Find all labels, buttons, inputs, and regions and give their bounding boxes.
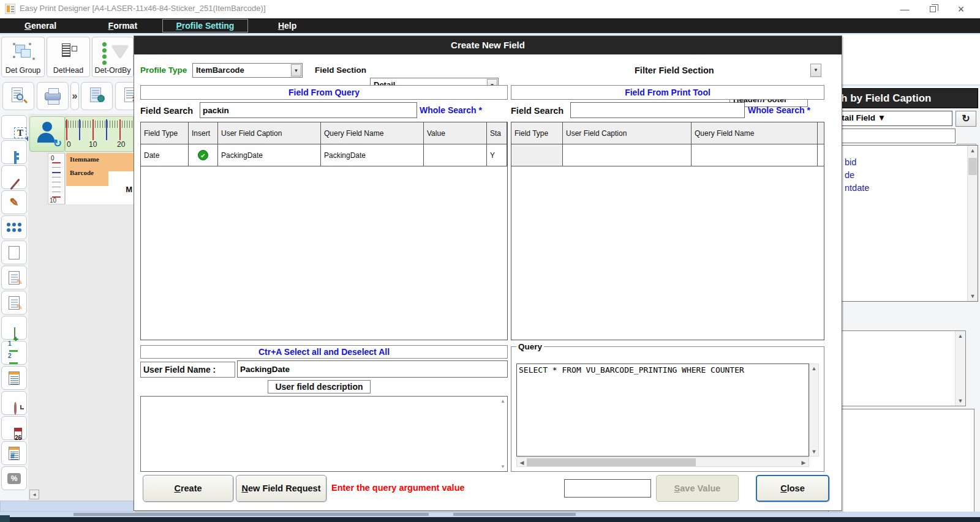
report-doc-button[interactable] (1, 366, 27, 390)
empty-cell[interactable] (692, 144, 818, 166)
cell-field-type[interactable]: Date (141, 144, 189, 166)
chevron-down-icon[interactable]: ▼ (810, 64, 821, 77)
scroll-down-icon[interactable]: ▼ (956, 398, 965, 404)
menu-help[interactable]: Help (272, 19, 303, 32)
user-field-name-input[interactable] (237, 360, 508, 378)
text-tool-button[interactable]: T (1, 115, 27, 139)
pencil-tool-button[interactable]: ✎ (1, 190, 27, 214)
field-caption-filter-combo[interactable]: Detail Field ▼ (828, 111, 952, 126)
app-window: Easy Print Designer [A4-LASER-11x46-84-S… (0, 0, 980, 522)
field-search-label: Field Search (140, 106, 193, 116)
blank-page-button[interactable] (1, 240, 27, 264)
title-bar: Easy Print Designer [A4-LASER-11x46-84-S… (0, 0, 980, 18)
minimize-button[interactable]: — (891, 0, 919, 18)
toolbar-overflow-button[interactable]: » (70, 82, 79, 110)
scroll-left-icon[interactable]: ◀ (518, 460, 526, 466)
scroll-thumb[interactable] (968, 158, 977, 175)
label-canvas[interactable]: Itemname Barcode M (65, 153, 134, 204)
query-argument-input[interactable] (564, 479, 651, 498)
field-caption-list[interactable]: bid de ntdate ▲ ▼ (828, 145, 978, 302)
cell-insert[interactable]: ✔ (189, 144, 218, 166)
field-search-input-right[interactable] (570, 102, 745, 118)
query-text[interactable]: SELECT * FROM VU_BARCODE_PRINTING WHERE … (516, 364, 809, 457)
user-icon (42, 122, 52, 132)
cell-caption[interactable]: PackingDate (218, 144, 321, 166)
query-hscrollbar[interactable]: ◀ ▶ (516, 457, 809, 467)
query-fields-table: Field Type Insert User Field Caption Que… (140, 122, 508, 340)
dots-grid-button[interactable] (1, 215, 27, 239)
label-block[interactable]: Itemname Barcode (66, 153, 134, 186)
scroll-up-icon[interactable]: ▲ (968, 147, 977, 154)
save-value-button[interactable]: Save Value (656, 475, 739, 502)
det-head-icon (62, 43, 70, 57)
profile-type-combo[interactable]: ItemBarcode ▼ (192, 63, 303, 78)
scroll-down-icon[interactable]: ▼ (810, 449, 818, 455)
empty-cell[interactable] (511, 144, 563, 166)
column-header: Insert (189, 122, 218, 144)
select-all-hint: Ctr+A Select all and Deselect All (140, 345, 508, 359)
menu-format[interactable]: Format (102, 19, 143, 32)
scroll-thumb[interactable] (527, 458, 696, 466)
note-edit-button[interactable] (1, 291, 27, 315)
printer-icon (45, 92, 61, 100)
cell-status[interactable]: Y (487, 144, 507, 166)
det-head-label: DetHead (47, 66, 89, 75)
chevron-down-icon[interactable]: ▼ (291, 64, 301, 76)
list-scrollbar[interactable]: ▲ ▼ (967, 146, 978, 301)
scroll-down-icon[interactable]: ▼ (500, 464, 505, 469)
cell-query-field[interactable]: PackingDate (321, 144, 424, 166)
scroll-down-icon[interactable]: ▼ (968, 293, 977, 299)
field-search-input[interactable] (200, 102, 417, 118)
profile-settings-button[interactable] (81, 82, 113, 110)
image-add-button[interactable] (1, 316, 27, 340)
column-header (818, 122, 824, 144)
filter-field-section-label: Filter Field Section (635, 65, 714, 75)
print-preview-button[interactable] (2, 82, 34, 110)
restore-button[interactable] (919, 0, 947, 18)
calendar-button[interactable]: 26 (1, 416, 27, 440)
side-panel-box-bottom[interactable] (828, 409, 974, 518)
query-vscrollbar[interactable]: ▲ ▼ (809, 364, 819, 457)
user-field-description-textarea[interactable]: ▲ ▼ (140, 396, 508, 472)
det-ordby-button[interactable]: Det-OrdBy (92, 37, 134, 77)
scroll-up-icon[interactable]: ▲ (500, 398, 505, 404)
create-button[interactable]: Create (143, 475, 233, 502)
det-head-button[interactable]: DetHead (47, 37, 90, 77)
close-button[interactable]: Close (756, 475, 829, 502)
scroll-right-icon[interactable]: ▶ (799, 460, 808, 466)
det-group-button[interactable]: Det Group (1, 37, 45, 77)
scroll-up-icon[interactable]: ▲ (956, 333, 965, 339)
close-window-button[interactable]: × (947, 0, 975, 18)
canvas-hscroll-left-button[interactable]: ◄ (29, 490, 39, 499)
field-caption-search-input[interactable] (828, 129, 956, 143)
column-header: User Field Caption (563, 122, 692, 144)
cell-value[interactable] (424, 144, 487, 166)
column-header: Value (424, 122, 487, 144)
create-new-field-dialog: Create New Field Profile Type ItemBarcod… (134, 35, 842, 511)
page-edit-button[interactable] (1, 266, 27, 289)
print-button[interactable] (37, 82, 69, 110)
line-tool-button[interactable] (1, 165, 27, 189)
right-blank-area (842, 34, 980, 86)
empty-cell[interactable] (818, 144, 824, 166)
clock-button[interactable] (1, 391, 27, 415)
field-search-label-right: Field Search (511, 106, 564, 116)
scroll-up-icon[interactable]: ▲ (810, 365, 818, 371)
user-refresh-button[interactable]: ↻ (29, 116, 65, 152)
empty-cell[interactable] (563, 144, 692, 166)
numbered-list-button[interactable]: 12 (1, 341, 27, 365)
list-item[interactable]: ntdate (829, 182, 978, 195)
bottom-scroll-strip[interactable] (0, 512, 980, 517)
list-item[interactable]: bid (829, 156, 978, 169)
chevron-down-icon[interactable]: ▼ (878, 113, 886, 122)
refresh-button[interactable]: ↻ (956, 111, 976, 127)
menu-general[interactable]: General (18, 19, 62, 32)
det-ordby-icon (102, 42, 107, 47)
list-item[interactable]: de (829, 169, 978, 182)
report-number-button[interactable] (1, 441, 27, 465)
menu-profile-setting[interactable]: Profile Setting (162, 19, 249, 32)
layout-tool-button[interactable] (1, 140, 27, 164)
percent-button[interactable]: % (1, 466, 27, 490)
new-field-request-button[interactable]: New Field Request (236, 475, 326, 502)
side-panel-box-middle[interactable]: ▲ ▼ (828, 330, 966, 406)
